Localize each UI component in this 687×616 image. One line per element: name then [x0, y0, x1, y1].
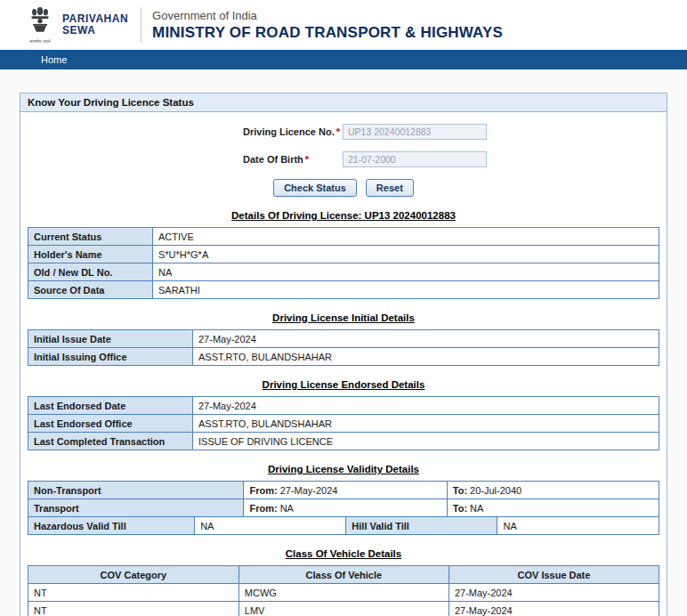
cov-issue-date-cell: 27-May-2024 — [449, 602, 659, 616]
row-value-cell: 27-May-2024 — [193, 397, 659, 415]
row-value-cell: SARATHI — [153, 281, 659, 299]
cov-header-cell: Class Of Vehicle — [238, 566, 449, 584]
emblem-caption: सत्यमेव जयते — [29, 38, 50, 45]
table-row: NT MCWG 27-May-2024 — [28, 584, 659, 602]
endorsed-table: Last Endorsed Date 27-May-2024 Last Endo… — [28, 396, 659, 450]
row-label-cell: Last Endorsed Office — [28, 415, 193, 433]
initial-table: Initial Issue Date 27-May-2024 Initial I… — [28, 329, 659, 366]
table-row: Holder's Name S*U*H*G*A — [28, 246, 659, 263]
from-cell: From:27-May-2024 — [244, 482, 447, 499]
to-cell: To:NA — [447, 499, 659, 517]
dob-row: Date Of Birth* — [243, 151, 667, 167]
ministry-title: MINISTRY OF ROAD TRANSPORT & HIGHWAYS — [152, 24, 503, 42]
row-value-cell: ACTIVE — [153, 228, 659, 246]
content-area: Know Your Driving Licence Status Driving… — [0, 69, 687, 616]
cov-header-row: COV Category Class Of Vehicle COV Issue … — [28, 566, 659, 584]
table-row: Initial Issue Date 27-May-2024 — [28, 330, 659, 348]
main-nav: Home — [0, 50, 687, 69]
row-label-cell: Holder's Name — [28, 246, 153, 263]
endorsed-details-title: Driving License Endorsed Details — [20, 379, 667, 390]
form-buttons-row: Check Status Reset — [20, 179, 667, 197]
row-label-cell: Non-Transport — [28, 482, 244, 499]
table-row: Source Of Data SARATHI — [28, 281, 659, 299]
row-label-cell: Initial Issue Date — [28, 330, 193, 348]
validity-table-extra-row: Hazardous Valid Till NA Hill Valid Till … — [28, 516, 659, 535]
dl-number-label: Driving Licence No.* — [243, 126, 343, 137]
table-row: Old / New DL No. NA — [28, 263, 659, 281]
to-cell: To:20-Jul-2040 — [447, 482, 659, 499]
cov-class-cell: LMV — [238, 602, 449, 616]
cov-header-cell: COV Issue Date — [449, 566, 659, 584]
nav-home-link[interactable]: Home — [41, 54, 67, 65]
row-label-cell: Current Status — [28, 228, 153, 246]
emblem-wrap: सत्यमेव जयते — [25, 5, 55, 45]
brand-text: PARIVAHAN SEWA — [62, 13, 128, 36]
site-header: सत्यमेव जयते PARIVAHAN SEWA Government o… — [0, 0, 687, 50]
government-of-india-label: Government of India — [152, 9, 503, 22]
table-row: Initial Issuing Office ASST.RTO, BULANDS… — [28, 348, 659, 366]
row-value-cell: ISSUE OF DRIVING LICENCE — [193, 433, 659, 450]
row-label-cell: Hill Valid Till — [346, 517, 497, 535]
row-label-cell: Initial Issuing Office — [28, 348, 193, 366]
validity-table: Non-Transport From:27-May-2024 To:20-Jul… — [28, 481, 659, 517]
row-value-cell: S*U*H*G*A — [153, 246, 659, 263]
row-label-cell: Old / New DL No. — [28, 263, 153, 281]
row-label-cell: Last Endorsed Date — [28, 397, 193, 415]
initial-details-title: Driving License Initial Details — [20, 312, 667, 323]
reset-button[interactable]: Reset — [366, 179, 414, 197]
row-value-cell: ASST.RTO, BULANDSHAHAR — [193, 348, 659, 366]
row-value-cell: NA — [195, 517, 346, 535]
table-row: Non-Transport From:27-May-2024 To:20-Jul… — [28, 482, 659, 499]
cov-category-cell: NT — [28, 584, 239, 602]
table-row: Last Completed Transaction ISSUE OF DRIV… — [28, 433, 659, 450]
cov-details-title: Class Of Vehicle Details — [20, 548, 667, 559]
table-row: Last Endorsed Date 27-May-2024 — [28, 397, 659, 415]
dl-status-panel: Know Your Driving Licence Status Driving… — [20, 93, 667, 616]
required-asterisk: * — [305, 154, 309, 165]
panel-title: Know Your Driving Licence Status — [20, 93, 667, 112]
table-row: NT LMV 27-May-2024 — [28, 602, 659, 616]
cov-category-cell: NT — [28, 602, 239, 616]
table-row: Hazardous Valid Till NA Hill Valid Till … — [28, 517, 659, 535]
cov-table: COV Category Class Of Vehicle COV Issue … — [28, 565, 659, 616]
row-value-cell: 27-May-2024 — [193, 330, 659, 348]
check-status-button[interactable]: Check Status — [273, 179, 357, 197]
header-divider — [141, 7, 141, 43]
from-cell: From:NA — [244, 499, 447, 517]
cov-class-cell: MCWG — [238, 584, 449, 602]
validity-details-title: Driving License Validity Details — [20, 464, 667, 474]
details-section-title: Details Of Driving License: UP13 2024001… — [20, 210, 667, 221]
status-table: Current Status ACTIVE Holder's Name S*U*… — [28, 227, 659, 299]
row-label-cell: Source Of Data — [28, 281, 153, 299]
brand-logo-block: सत्यमेव जयते PARIVAHAN SEWA — [25, 5, 128, 45]
row-value-cell: NA — [153, 263, 659, 281]
required-asterisk: * — [336, 126, 340, 137]
dl-number-row: Driving Licence No.* — [243, 124, 667, 140]
table-row: Last Endorsed Office ASST.RTO, BULANDSHA… — [28, 415, 659, 433]
row-value-cell: ASST.RTO, BULANDSHAHAR — [193, 415, 659, 433]
table-row: Current Status ACTIVE — [28, 228, 659, 246]
table-row: Transport From:NA To:NA — [28, 499, 659, 517]
cov-header-cell: COV Category — [28, 566, 239, 584]
cov-issue-date-cell: 27-May-2024 — [449, 584, 659, 602]
row-label-cell: Last Completed Transaction — [28, 433, 193, 450]
dl-number-input[interactable] — [343, 124, 487, 140]
row-label-cell: Transport — [28, 499, 244, 517]
dob-label: Date Of Birth* — [243, 154, 343, 165]
emblem-of-india-icon — [28, 5, 52, 37]
dob-input[interactable] — [343, 151, 487, 167]
header-title-block: Government of India MINISTRY OF ROAD TRA… — [152, 9, 503, 42]
row-value-cell: NA — [497, 517, 659, 535]
brand-sewa: SEWA — [62, 25, 128, 36]
row-label-cell: Hazardous Valid Till — [28, 517, 195, 535]
